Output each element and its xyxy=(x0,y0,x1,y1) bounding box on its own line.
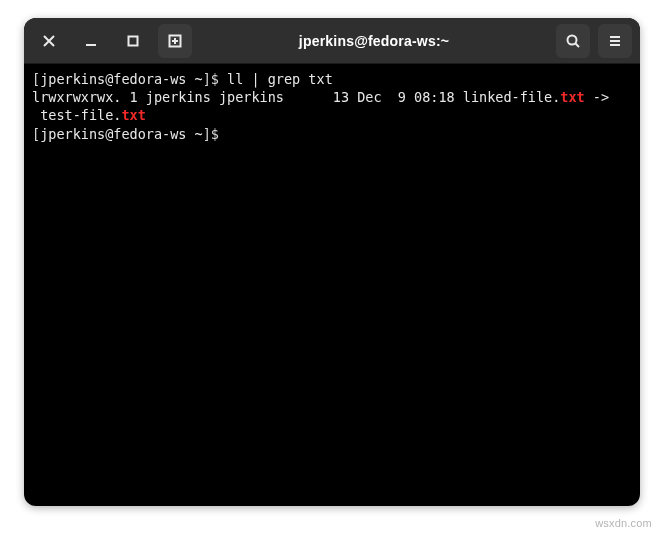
new-tab-icon xyxy=(167,33,183,49)
terminal-line: [jperkins@fedora-ws ~]$ ll | grep txt xyxy=(32,70,632,88)
titlebar: jperkins@fedora-ws:~ xyxy=(24,18,640,64)
titlebar-right-group xyxy=(556,24,632,58)
command-text: ll | grep txt xyxy=(227,71,333,87)
maximize-icon xyxy=(125,33,141,49)
terminal-line: [jperkins@fedora-ws ~]$ xyxy=(32,125,632,143)
search-button[interactable] xyxy=(556,24,590,58)
watermark: wsxdn.com xyxy=(595,517,652,529)
ls-symlink-arrow: -> xyxy=(585,89,609,105)
minimize-icon xyxy=(83,33,99,49)
terminal-line: lrwxrwxrwx. 1 jperkins jperkins 13 Dec 9… xyxy=(32,88,632,106)
prompt-user: jperkins@fedora-ws ~ xyxy=(40,126,203,142)
prompt-bracket-close: ]$ xyxy=(203,126,227,142)
terminal-viewport[interactable]: [jperkins@fedora-ws ~]$ ll | grep txtlrw… xyxy=(24,64,640,506)
terminal-line: test-file.txt xyxy=(32,106,632,124)
grep-match: txt xyxy=(560,89,584,105)
ls-date: 13 Dec 9 08:18 xyxy=(333,89,463,105)
ls-spacer xyxy=(284,89,333,105)
grep-match: txt xyxy=(121,107,145,123)
hamburger-menu-icon xyxy=(607,33,623,49)
maximize-button[interactable] xyxy=(116,24,150,58)
prompt-bracket-open: [ xyxy=(32,71,40,87)
prompt-bracket-open: [ xyxy=(32,126,40,142)
close-icon xyxy=(41,33,57,49)
close-button[interactable] xyxy=(32,24,66,58)
menu-button[interactable] xyxy=(598,24,632,58)
window-title: jperkins@fedora-ws:~ xyxy=(200,33,548,49)
new-tab-button[interactable] xyxy=(158,24,192,58)
prompt-user: jperkins@fedora-ws ~ xyxy=(40,71,203,87)
ls-perms: lrwxrwxrwx. 1 jperkins jperkins xyxy=(32,89,284,105)
ls-filename-prefix: linked-file. xyxy=(463,89,561,105)
minimize-button[interactable] xyxy=(74,24,108,58)
ls-target-prefix: test-file. xyxy=(32,107,121,123)
prompt-bracket-close: ]$ xyxy=(203,71,227,87)
svg-point-2 xyxy=(568,35,577,44)
terminal-window: jperkins@fedora-ws:~ [jperkins@fedora-ws… xyxy=(24,18,640,506)
svg-rect-0 xyxy=(129,36,138,45)
search-icon xyxy=(565,33,581,49)
